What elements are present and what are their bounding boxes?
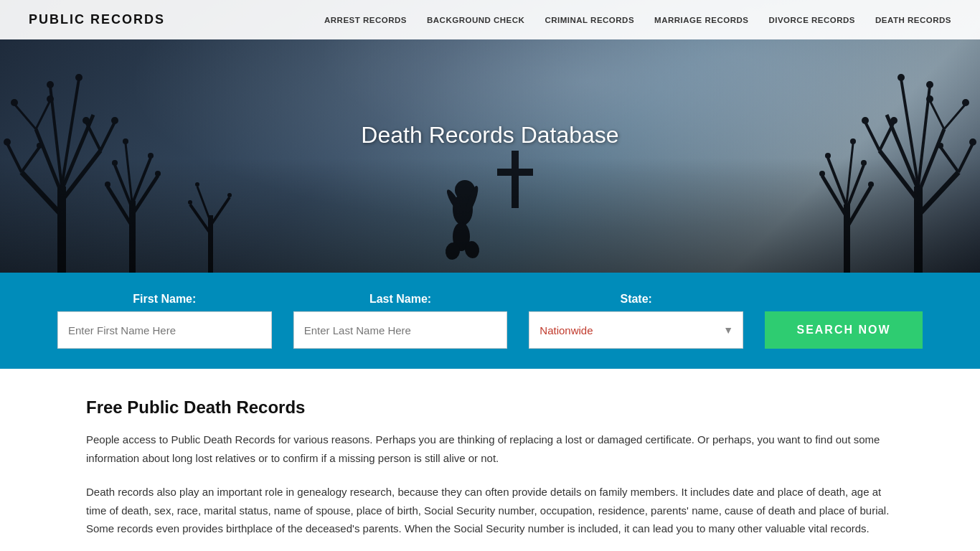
svg-point-20 xyxy=(37,143,42,149)
svg-line-12 xyxy=(86,122,100,151)
last-name-field: Last Name: xyxy=(283,293,519,349)
nav-marriage-records[interactable]: MARRIAGE RECORDS xyxy=(654,16,748,24)
svg-point-57 xyxy=(862,117,869,124)
site-logo[interactable]: PUBLIC RECORDS xyxy=(29,12,165,27)
svg-point-13 xyxy=(4,138,11,146)
svg-line-11 xyxy=(100,122,115,151)
svg-point-52 xyxy=(969,138,976,146)
first-name-input[interactable] xyxy=(57,311,272,349)
svg-point-56 xyxy=(897,74,905,81)
nav-death-records[interactable]: DEATH RECORDS xyxy=(875,16,951,24)
hero-gradient-overlay xyxy=(0,158,980,273)
state-select[interactable]: Nationwide Alabama Alaska Arizona Califo… xyxy=(529,311,743,349)
svg-point-55 xyxy=(926,81,933,88)
svg-line-10 xyxy=(36,100,50,129)
svg-point-68 xyxy=(850,138,856,144)
svg-point-53 xyxy=(962,99,969,106)
svg-line-9 xyxy=(14,104,36,129)
state-field: State: Nationwide Alabama Alaska Arizona… xyxy=(518,293,754,349)
hero-title-wrap: Death Records Database xyxy=(361,122,618,149)
nav-criminal-records[interactable]: CRIMINAL RECORDS xyxy=(545,16,634,24)
svg-point-16 xyxy=(47,81,54,88)
svg-point-54 xyxy=(926,95,933,103)
svg-point-19 xyxy=(83,117,90,124)
svg-point-17 xyxy=(75,74,83,81)
svg-line-49 xyxy=(930,100,944,129)
last-name-input[interactable] xyxy=(293,311,508,349)
svg-point-14 xyxy=(11,99,18,106)
svg-point-59 xyxy=(938,143,943,149)
svg-line-48 xyxy=(944,104,966,129)
content-paragraph-1: People access to Public Death Records fo… xyxy=(86,430,894,467)
section-title: Free Public Death Records xyxy=(86,397,894,418)
main-content: Free Public Death Records People access … xyxy=(0,369,980,551)
search-button-wrap: SEARCH NOW xyxy=(754,288,951,349)
state-label: State: xyxy=(529,293,743,306)
site-header: PUBLIC RECORDS ARREST RECORDS BACKGROUND… xyxy=(0,0,980,39)
first-name-field: First Name: xyxy=(29,293,283,349)
svg-point-29 xyxy=(123,138,128,144)
content-paragraph-2: Death records also play an important rol… xyxy=(86,483,894,538)
svg-point-15 xyxy=(47,95,54,103)
nav-divorce-records[interactable]: DIVORCE RECORDS xyxy=(768,16,855,24)
svg-point-58 xyxy=(890,117,897,124)
hero-title: Death Records Database xyxy=(361,122,618,149)
svg-line-50 xyxy=(865,122,880,151)
first-name-label: First Name: xyxy=(57,293,272,306)
hero-section: Death Records Database xyxy=(0,0,980,273)
last-name-label: Last Name: xyxy=(293,293,508,306)
main-nav: ARREST RECORDS BACKGROUND CHECK CRIMINAL… xyxy=(324,16,951,24)
nav-background-check[interactable]: BACKGROUND CHECK xyxy=(427,16,524,24)
nav-arrest-records[interactable]: ARREST RECORDS xyxy=(324,16,407,24)
state-select-wrap: Nationwide Alabama Alaska Arizona Califo… xyxy=(529,311,743,349)
svg-point-18 xyxy=(111,117,118,124)
search-bar: First Name: Last Name: State: Nationwide… xyxy=(0,273,980,369)
search-now-button[interactable]: SEARCH NOW xyxy=(765,311,923,349)
svg-line-51 xyxy=(880,122,894,151)
